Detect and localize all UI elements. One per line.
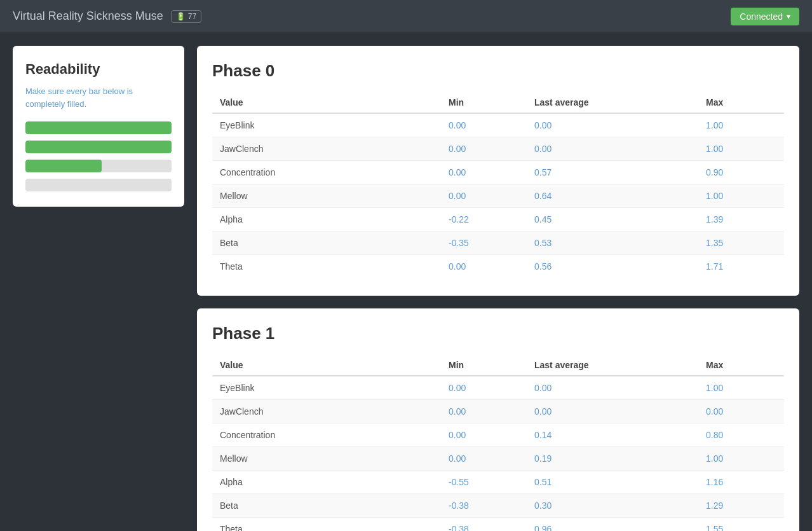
phase-1-row-0-cell-2: 0.00 (527, 376, 698, 400)
table-row: Concentration0.000.570.90 (212, 161, 784, 184)
phase-0-col-header-2: Last average (527, 92, 698, 113)
phase-0-row-3-cell-0: Mellow (212, 184, 441, 208)
phase-1-row-1-cell-0: JawClench (212, 400, 441, 424)
phase-1-row-5-cell-0: Beta (212, 494, 441, 518)
phase-0-row-4-cell-2: 0.45 (527, 208, 698, 231)
phase-0-row-6-cell-2: 0.56 (527, 255, 698, 279)
phase-1-row-3-cell-0: Mellow (212, 447, 441, 471)
phase-0-row-2-cell-3: 0.90 (698, 161, 784, 184)
progress-bar-track-3 (25, 179, 172, 191)
phase-1-row-5-cell-2: 0.30 (527, 494, 698, 518)
progress-bar-fill-2 (25, 160, 102, 172)
table-row: EyeBlink0.000.001.00 (212, 376, 784, 400)
phase-0-row-5-cell-1: -0.35 (441, 231, 527, 255)
phase-1-row-6-cell-2: 0.96 (527, 518, 698, 532)
table-row: Beta-0.380.301.29 (212, 494, 784, 518)
table-row: Alpha-0.550.511.16 (212, 471, 784, 494)
phase-1-row-6-cell-0: Theta (212, 518, 441, 532)
phase-1-row-4-cell-2: 0.51 (527, 471, 698, 494)
progress-bar-fill-0 (25, 121, 172, 134)
phase-1-row-6-cell-1: -0.38 (441, 518, 527, 532)
main-content: Readability Make sure every bar below is… (0, 33, 812, 531)
phase-1-row-6-cell-3: 1.55 (698, 518, 784, 532)
table-row: Mellow0.000.641.00 (212, 184, 784, 208)
table-row: Mellow0.000.191.00 (212, 447, 784, 471)
phase-0-row-4-cell-0: Alpha (212, 208, 441, 231)
header-left: Virtual Reality Sickness Muse 🔋 77 (13, 10, 201, 23)
phase-panel-0: Phase 0ValueMinLast averageMaxEyeBlink0.… (197, 46, 799, 296)
phase-0-row-6-cell-0: Theta (212, 255, 441, 279)
phase-1-row-3-cell-1: 0.00 (441, 447, 527, 471)
phase-panel-1: Phase 1ValueMinLast averageMaxEyeBlink0.… (197, 308, 799, 531)
phase-0-col-header-0: Value (212, 92, 441, 113)
table-row: EyeBlink0.000.001.00 (212, 113, 784, 137)
phase-1-col-header-1: Min (441, 355, 527, 376)
phase-1-row-4-cell-1: -0.55 (441, 471, 527, 494)
phase-1-row-2-cell-0: Concentration (212, 424, 441, 447)
phase-1-row-1-cell-1: 0.00 (441, 400, 527, 424)
phase-1-row-3-cell-2: 0.19 (527, 447, 698, 471)
phase-0-row-0-cell-0: EyeBlink (212, 113, 441, 137)
phase-0-row-5-cell-2: 0.53 (527, 231, 698, 255)
table-row: Beta-0.350.531.35 (212, 231, 784, 255)
readability-title: Readability (25, 61, 172, 78)
phase-table-0: ValueMinLast averageMaxEyeBlink0.000.001… (212, 92, 784, 278)
phase-0-row-6-cell-3: 1.71 (698, 255, 784, 279)
battery-level: 77 (188, 12, 196, 21)
phase-title-1: Phase 1 (212, 324, 784, 343)
phase-0-col-header-3: Max (698, 92, 784, 113)
phase-1-row-0-cell-0: EyeBlink (212, 376, 441, 400)
phase-0-row-6-cell-1: 0.00 (441, 255, 527, 279)
phase-1-row-4-cell-3: 1.16 (698, 471, 784, 494)
phase-1-col-header-0: Value (212, 355, 441, 376)
battery-icon: 🔋 (176, 12, 186, 21)
phase-1-row-5-cell-1: -0.38 (441, 494, 527, 518)
phase-title-0: Phase 0 (212, 61, 784, 81)
phase-0-row-2-cell-1: 0.00 (441, 161, 527, 184)
app-title: Virtual Reality Sickness Muse (13, 10, 163, 23)
progress-bar-track-0 (25, 121, 172, 134)
phase-1-col-header-2: Last average (527, 355, 698, 376)
phase-0-row-3-cell-1: 0.00 (441, 184, 527, 208)
phase-1-row-2-cell-3: 0.80 (698, 424, 784, 447)
progress-bar-track-2 (25, 160, 172, 172)
phase-table-1: ValueMinLast averageMaxEyeBlink0.000.001… (212, 355, 784, 531)
phase-0-row-3-cell-3: 1.00 (698, 184, 784, 208)
phase-0-row-3-cell-2: 0.64 (527, 184, 698, 208)
phase-0-row-1-cell-0: JawClench (212, 137, 441, 161)
phase-1-row-5-cell-3: 1.29 (698, 494, 784, 518)
table-row: Alpha-0.220.451.39 (212, 208, 784, 231)
readability-panel: Readability Make sure every bar below is… (13, 46, 184, 207)
phase-1-row-2-cell-2: 0.14 (527, 424, 698, 447)
phase-0-col-header-1: Min (441, 92, 527, 113)
app-header: Virtual Reality Sickness Muse 🔋 77 Conne… (0, 0, 812, 33)
phase-0-row-1-cell-3: 1.00 (698, 137, 784, 161)
phase-0-row-1-cell-2: 0.00 (527, 137, 698, 161)
phase-1-row-0-cell-1: 0.00 (441, 376, 527, 400)
phase-0-row-4-cell-3: 1.39 (698, 208, 784, 231)
connected-button[interactable]: Connected (731, 8, 799, 25)
table-row: JawClench0.000.001.00 (212, 137, 784, 161)
phase-1-col-header-3: Max (698, 355, 784, 376)
phase-0-row-1-cell-1: 0.00 (441, 137, 527, 161)
phase-0-row-2-cell-2: 0.57 (527, 161, 698, 184)
phase-1-row-2-cell-1: 0.00 (441, 424, 527, 447)
phase-0-row-0-cell-3: 1.00 (698, 113, 784, 137)
table-row: Theta-0.380.961.55 (212, 518, 784, 532)
phase-0-row-4-cell-1: -0.22 (441, 208, 527, 231)
phase-1-row-0-cell-3: 1.00 (698, 376, 784, 400)
phase-0-row-0-cell-1: 0.00 (441, 113, 527, 137)
phase-1-row-1-cell-2: 0.00 (527, 400, 698, 424)
progress-bar-track-1 (25, 141, 172, 153)
phase-0-row-5-cell-0: Beta (212, 231, 441, 255)
phase-1-row-1-cell-3: 0.00 (698, 400, 784, 424)
phase-0-row-5-cell-3: 1.35 (698, 231, 784, 255)
table-row: Concentration0.000.140.80 (212, 424, 784, 447)
table-row: Theta0.000.561.71 (212, 255, 784, 279)
progress-bar-fill-1 (25, 141, 172, 153)
table-row: JawClench0.000.000.00 (212, 400, 784, 424)
phases-container: Phase 0ValueMinLast averageMaxEyeBlink0.… (197, 46, 799, 531)
phase-1-row-3-cell-3: 1.00 (698, 447, 784, 471)
progress-bars-container (25, 121, 172, 191)
phase-1-row-4-cell-0: Alpha (212, 471, 441, 494)
